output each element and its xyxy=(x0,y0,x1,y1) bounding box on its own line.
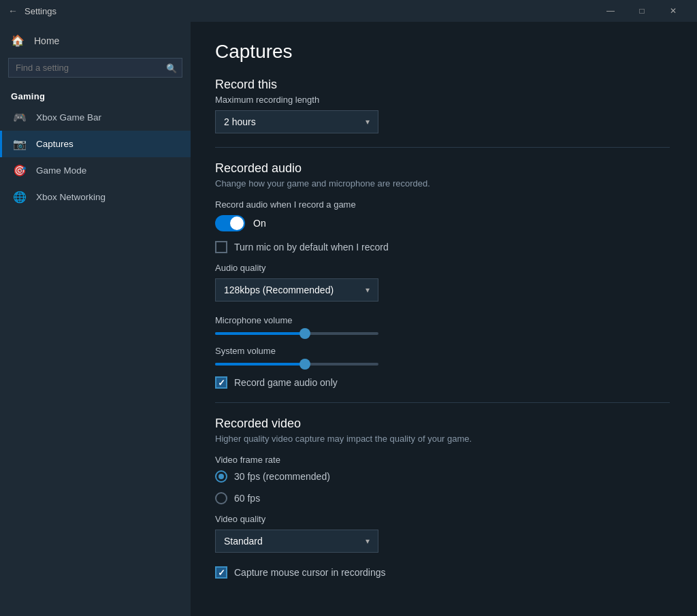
recorded-video-title: Recorded video xyxy=(215,417,670,431)
home-icon: 🏠 xyxy=(11,34,25,47)
max-length-label: Maximum recording length xyxy=(215,95,670,105)
chevron-down-icon: ▾ xyxy=(366,117,370,127)
max-length-dropdown[interactable]: 2 hours ▾ xyxy=(215,110,378,133)
app-body: 🏠 Home 🔍 Gaming 🎮 Xbox Game Bar 📷 Captur… xyxy=(0,22,697,616)
recorded-audio-desc: Change how your game and microphone are … xyxy=(215,178,670,189)
sidebar-item-label: Xbox Game Bar xyxy=(36,112,101,123)
radio-30fps[interactable] xyxy=(215,470,227,483)
divider-2 xyxy=(215,402,670,403)
maximize-button[interactable]: □ xyxy=(626,0,658,22)
search-input[interactable] xyxy=(8,58,182,78)
record-game-audio-checkbox[interactable]: ✓ xyxy=(215,376,227,389)
mic-volume-fill xyxy=(215,332,305,335)
radio-dot xyxy=(218,474,224,479)
mic-checkbox[interactable] xyxy=(215,241,227,253)
capture-mouse-label: Capture mouse cursor in recordings xyxy=(234,567,386,578)
page-title: Captures xyxy=(215,41,670,63)
radio-60fps[interactable] xyxy=(215,492,227,504)
radio-30fps-row[interactable]: 30 fps (recommended) xyxy=(215,470,670,483)
radio-60fps-label: 60 fps xyxy=(234,493,260,504)
max-length-value: 2 hours xyxy=(224,116,256,127)
system-volume-track xyxy=(215,363,378,366)
record-game-audio-label: Record game audio only xyxy=(234,377,338,388)
record-audio-toggle-label: Record audio when I record a game xyxy=(215,199,670,210)
system-volume-label: System volume xyxy=(215,346,670,356)
sidebar-item-label: Game Mode xyxy=(36,165,86,176)
mic-volume-track xyxy=(215,332,378,335)
mic-volume-label: Microphone volume xyxy=(215,315,670,325)
radio-30fps-label: 30 fps (recommended) xyxy=(234,471,330,482)
mic-volume-slider[interactable] xyxy=(215,332,670,335)
recorded-audio-title: Recorded audio xyxy=(215,161,670,176)
window-controls: — □ ✕ xyxy=(595,0,689,22)
recorded-video-desc: Higher quality video capture may impact … xyxy=(215,434,670,444)
sidebar-item-label: Captures xyxy=(36,139,74,149)
title-bar: ← Settings — □ ✕ xyxy=(0,0,697,22)
frame-rate-label: Video frame rate xyxy=(215,455,670,465)
title-bar-title: Settings xyxy=(25,6,595,16)
video-quality-dropdown[interactable]: Standard ▾ xyxy=(215,530,378,553)
divider-1 xyxy=(215,147,670,148)
close-button[interactable]: ✕ xyxy=(658,0,689,22)
mic-checkbox-row: Turn mic on by default when I record xyxy=(215,241,670,253)
radio-60fps-row[interactable]: 60 fps xyxy=(215,492,670,504)
capture-mouse-row: ✓ Capture mouse cursor in recordings xyxy=(215,566,670,579)
captures-icon: 📷 xyxy=(13,137,27,150)
mic-volume-thumb[interactable] xyxy=(299,328,310,339)
xbox-game-bar-icon: 🎮 xyxy=(13,111,27,124)
sidebar-home[interactable]: 🏠 Home xyxy=(0,27,191,54)
toggle-state-label: On xyxy=(253,218,266,229)
audio-quality-label: Audio quality xyxy=(215,263,670,273)
capture-mouse-check: ✓ xyxy=(218,568,225,578)
mic-checkbox-label: Turn mic on by default when I record xyxy=(234,242,389,253)
sidebar: 🏠 Home 🔍 Gaming 🎮 Xbox Game Bar 📷 Captur… xyxy=(0,22,191,616)
sidebar-section-label: Gaming xyxy=(0,86,191,104)
toggle-knob xyxy=(230,216,244,230)
sidebar-item-game-mode[interactable]: 🎯 Game Mode xyxy=(0,157,191,184)
video-quality-label: Video quality xyxy=(215,514,670,524)
record-game-audio-row: ✓ Record game audio only xyxy=(215,376,670,389)
system-volume-slider[interactable] xyxy=(215,363,670,366)
sidebar-item-xbox-networking[interactable]: 🌐 Xbox Networking xyxy=(0,184,191,210)
video-quality-value: Standard xyxy=(224,536,263,547)
record-game-audio-check: ✓ xyxy=(218,378,225,388)
search-icon: 🔍 xyxy=(166,63,177,73)
search-container: 🔍 xyxy=(8,58,182,78)
capture-mouse-checkbox[interactable]: ✓ xyxy=(215,566,227,579)
back-button[interactable]: ← xyxy=(8,5,18,16)
audio-quality-chevron-icon: ▾ xyxy=(366,285,370,295)
video-quality-chevron-icon: ▾ xyxy=(366,536,370,546)
sidebar-item-label: Xbox Networking xyxy=(36,192,106,202)
record-audio-toggle-row: On xyxy=(215,215,670,231)
xbox-networking-icon: 🌐 xyxy=(13,191,27,204)
game-mode-icon: 🎯 xyxy=(13,164,27,177)
sidebar-item-xbox-game-bar[interactable]: 🎮 Xbox Game Bar xyxy=(0,104,191,131)
sidebar-item-captures[interactable]: 📷 Captures xyxy=(0,131,191,157)
home-label: Home xyxy=(34,35,59,46)
system-volume-fill xyxy=(215,363,305,366)
system-volume-thumb[interactable] xyxy=(299,359,310,370)
minimize-button[interactable]: — xyxy=(595,0,626,22)
content-area: Captures Record this Maximum recording l… xyxy=(191,22,697,616)
audio-quality-value: 128kbps (Recommended) xyxy=(224,285,334,295)
record-this-title: Record this xyxy=(215,78,670,92)
audio-quality-dropdown[interactable]: 128kbps (Recommended) ▾ xyxy=(215,278,378,302)
record-audio-toggle[interactable] xyxy=(215,215,245,231)
